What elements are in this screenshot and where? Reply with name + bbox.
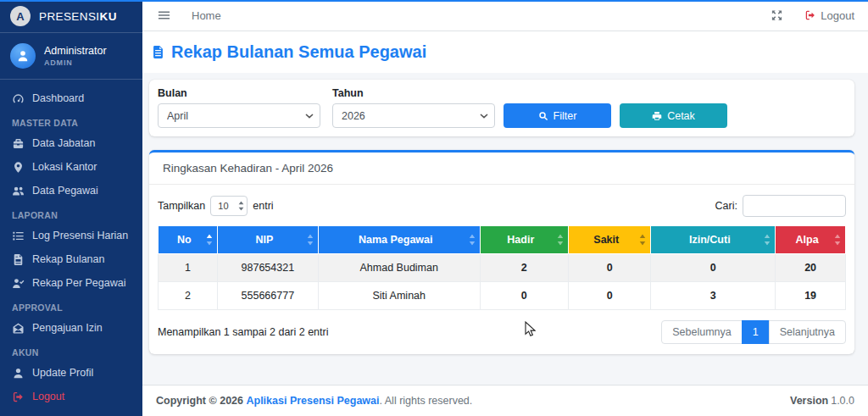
file-alt-icon bbox=[151, 45, 165, 59]
bulan-select[interactable]: April bbox=[158, 103, 320, 128]
pagination-next[interactable]: Selanjutnya bbox=[769, 320, 846, 344]
cell-hadir: 2 bbox=[480, 254, 569, 282]
column-header-nama[interactable]: Nama Pegawai bbox=[318, 226, 480, 254]
user-avatar-icon bbox=[10, 43, 36, 69]
sidebar-item-label: Data Pegawai bbox=[32, 185, 98, 197]
search-input[interactable] bbox=[743, 195, 846, 217]
table-header-row: NoNIPNama PegawaiHadirSakitIzin/CutiAlpa bbox=[159, 226, 846, 254]
sidebar-item-label: Pengajuan Izin bbox=[32, 322, 103, 334]
sort-icon bbox=[206, 235, 213, 246]
sidebar-item-label: Rekap Bulanan bbox=[32, 253, 104, 265]
cell-izin: 3 bbox=[651, 282, 776, 310]
cell-nip: 987654321 bbox=[217, 254, 318, 282]
column-header-izin[interactable]: Izin/Cuti bbox=[651, 226, 776, 254]
column-header-nip[interactable]: NIP bbox=[217, 226, 318, 254]
expand-icon bbox=[771, 8, 783, 21]
search-icon bbox=[538, 111, 548, 121]
sidebar-toggle-button[interactable] bbox=[158, 8, 171, 22]
sidebar-section-approval: APPROVAL bbox=[0, 295, 142, 316]
sidebar-item-label: Lokasi Kantor bbox=[32, 161, 97, 173]
list-icon bbox=[12, 230, 25, 242]
signout-icon bbox=[12, 391, 25, 403]
cetak-button[interactable]: Cetak bbox=[620, 103, 727, 128]
cell-sakit: 0 bbox=[569, 254, 651, 282]
filter-button[interactable]: Filter bbox=[504, 103, 611, 128]
briefcase-icon bbox=[12, 137, 25, 150]
sidebar-item-data-pegawai[interactable]: Data Pegawai bbox=[0, 179, 142, 202]
signout-icon bbox=[804, 9, 816, 21]
sidebar-item-lokasi-kantor[interactable]: Lokasi Kantor bbox=[0, 155, 142, 179]
sidebar-item-dashboard[interactable]: Dashboard bbox=[0, 86, 142, 110]
file-invoice-icon bbox=[12, 253, 25, 266]
sidebar-section-laporan: LAPORAN bbox=[0, 202, 142, 224]
brand-name: PRESENSIKU bbox=[39, 10, 117, 23]
sidebar-item-logout[interactable]: Logout bbox=[0, 385, 142, 408]
table-info: Menampilkan 1 sampai 2 dari 2 entri bbox=[158, 326, 329, 338]
sidebar-item-data-jabatan[interactable]: Data Jabatan bbox=[0, 131, 142, 155]
top-navbar: Home Logout bbox=[142, 0, 868, 31]
cell-nip: 555666777 bbox=[217, 282, 318, 310]
cell-alpa: 19 bbox=[776, 282, 846, 310]
fullscreen-button[interactable] bbox=[771, 8, 784, 22]
home-link[interactable]: Home bbox=[192, 9, 221, 22]
sort-icon bbox=[307, 235, 314, 246]
table-search: Cari: bbox=[715, 195, 846, 217]
user-name[interactable]: Administrator bbox=[44, 45, 107, 57]
sidebar-section-akun: AKUN bbox=[0, 340, 142, 361]
pagination: Sebelumnya 1 Selanjutnya bbox=[662, 320, 846, 344]
column-header-alpa[interactable]: Alpa bbox=[776, 226, 846, 254]
sidebar: A PRESENSIKU Administrator ADMIN Dashboa… bbox=[0, 0, 142, 416]
content: Bulan April Tahun 2026 Filter bbox=[142, 73, 868, 385]
sort-icon bbox=[557, 235, 564, 246]
tahun-select[interactable]: 2026 bbox=[332, 103, 495, 128]
copyright-text: Copyright © 2026 bbox=[156, 395, 243, 407]
sidebar-item-pengajuan-izin[interactable]: Pengajuan Izin bbox=[0, 316, 142, 340]
cell-nama: Siti Aminah bbox=[318, 282, 480, 310]
cell-sakit: 0 bbox=[569, 282, 651, 310]
sidebar-section-master-data: MASTER DATA bbox=[0, 110, 142, 131]
table-body: 1987654321Ahmad Budiman200202555666777Si… bbox=[159, 254, 846, 310]
user-check-icon bbox=[12, 277, 25, 290]
tahun-label: Tahun bbox=[332, 87, 495, 99]
users-icon bbox=[12, 185, 25, 197]
sidebar-item-label: Data Jabatan bbox=[32, 137, 95, 149]
sidebar-item-rekap-per-pegawai[interactable]: Rekap Per Pegawai bbox=[0, 271, 142, 295]
sort-icon bbox=[834, 235, 841, 246]
cell-hadir: 0 bbox=[480, 282, 569, 310]
brand[interactable]: A PRESENSIKU bbox=[0, 0, 142, 33]
summary-table: NoNIPNama PegawaiHadirSakitIzin/CutiAlpa… bbox=[158, 225, 846, 310]
sidebar-item-label: Rekap Per Pegawai bbox=[32, 277, 125, 289]
column-header-hadir[interactable]: Hadir bbox=[480, 226, 569, 254]
table-row[interactable]: 1987654321Ahmad Budiman20020 bbox=[159, 254, 846, 282]
sidebar-item-rekap-bulanan[interactable]: Rekap Bulanan bbox=[0, 247, 142, 271]
version: Version1.0.0 bbox=[790, 395, 854, 407]
sort-icon bbox=[639, 235, 646, 246]
search-label: Cari: bbox=[715, 200, 737, 212]
sort-icon bbox=[469, 235, 476, 246]
pagination-page-1[interactable]: 1 bbox=[742, 320, 770, 344]
page-length-select[interactable]: 10 bbox=[210, 196, 248, 216]
sidebar-item-label: Update Profil bbox=[32, 367, 93, 379]
table-row[interactable]: 2555666777Siti Aminah00319 bbox=[159, 282, 846, 310]
bulan-label: Bulan bbox=[158, 87, 320, 99]
sidebar-item-update-profil[interactable]: Update Profil bbox=[0, 361, 142, 385]
cell-izin: 0 bbox=[651, 254, 776, 282]
logout-link[interactable]: Logout bbox=[804, 9, 854, 22]
summary-card: Ringkasan Kehadiran - April 2026 Tampilk… bbox=[149, 150, 854, 354]
filter-card: Bulan April Tahun 2026 Filter bbox=[149, 80, 854, 136]
sidebar-item-label: Dashboard bbox=[32, 92, 84, 104]
bars-icon bbox=[158, 8, 170, 21]
main-area: Home Logout Rekap Bulanan Semua Pegawai … bbox=[142, 0, 868, 416]
cell-no: 2 bbox=[159, 282, 218, 310]
pagination-prev[interactable]: Sebelumnya bbox=[661, 320, 743, 344]
sidebar-item-log-presensi-harian[interactable]: Log Presensi Harian bbox=[0, 224, 142, 247]
user-icon bbox=[12, 367, 25, 380]
page-title: Rekap Bulanan Semua Pegawai bbox=[151, 42, 854, 62]
cell-alpa: 20 bbox=[776, 254, 846, 282]
app-link[interactable]: Aplikasi Presensi Pegawai bbox=[246, 395, 379, 407]
card-header: Ringkasan Kehadiran - April 2026 bbox=[149, 153, 854, 185]
column-header-no[interactable]: No bbox=[159, 226, 218, 254]
sidebar-nav: DashboardMASTER DATAData JabatanLokasi K… bbox=[0, 80, 142, 408]
cell-nama: Ahmad Budiman bbox=[318, 254, 480, 282]
column-header-sakit[interactable]: Sakit bbox=[569, 226, 651, 254]
